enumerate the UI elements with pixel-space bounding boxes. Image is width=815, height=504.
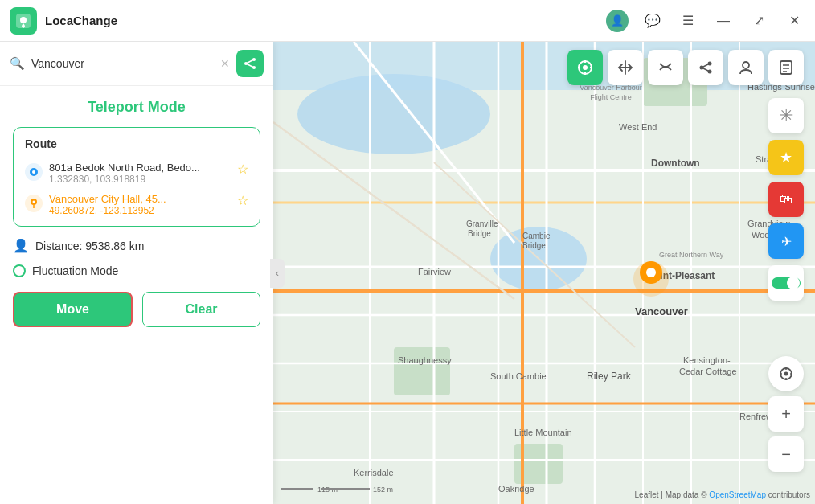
svg-point-90 [784,372,788,376]
action-row: Move Clear [13,292,260,327]
history-button[interactable] [768,50,804,85]
svg-rect-64 [281,488,313,490]
app-logo [10,7,37,35]
svg-text:Cambie: Cambie [522,232,551,240]
svg-rect-66 [321,488,370,490]
fluctuation-row: Fluctuation Mode [13,264,260,277]
destination-dot [25,195,43,212]
map-attribution: Leaflet | Map data © OpenStreetMap contr… [635,490,810,499]
destination-name: Vancouver City Hall, 45... [49,193,210,205]
fluctuation-label: Fluctuation Mode [32,264,118,277]
origin-star[interactable]: ☆ [237,162,248,177]
origin-text: 801a Bedok North Road, Bedo... 1.332830,… [49,162,231,185]
fluctuation-circle [13,264,26,277]
search-bar: 🔍 ✕ [0,42,273,86]
route-box: Route 801a Bedok North Road, Bedo... 1.3… [13,127,260,227]
map-canvas: West End Downtown Strathcona Grandview- … [273,42,815,504]
svg-text:Riley Park: Riley Park [587,371,632,382]
svg-text:Bridge: Bridge [468,229,491,238]
star-button[interactable]: ★ [768,140,804,175]
user-mode-button[interactable] [728,50,764,85]
svg-point-10 [33,201,35,203]
svg-text:Cedar Cottage: Cedar Cottage [679,367,737,376]
locate-button[interactable] [768,356,804,391]
svg-line-81 [702,68,710,72]
origin-name: 801a Bedok North Road, Bedo... [49,162,210,174]
origin-coords: 1.332830, 103.918819 [49,174,231,185]
destination-star[interactable]: ☆ [237,193,248,208]
destination-coords: 49.260872, -123.113952 [49,205,231,216]
svg-point-88 [787,277,800,289]
svg-text:Fairview: Fairview [418,267,451,277]
svg-text:Shaughnessy: Shaughnessy [398,355,452,365]
chat-button[interactable]: 💬 [641,10,664,32]
main-area: 🔍 ✕ Teleport Mode Route [0,42,815,504]
branch-mode-button[interactable] [688,50,723,85]
minimize-button[interactable]: — [712,10,735,32]
svg-text:West End: West End [619,122,657,132]
move-button[interactable]: Move [13,292,133,327]
move-mode-button[interactable] [608,50,643,85]
svg-line-80 [702,64,710,68]
destination-text: Vancouver City Hall, 45... 49.260872, -1… [49,193,231,216]
svg-text:Kerrisdale: Kerrisdale [354,468,394,477]
attribution-link[interactable]: OpenStreetMap [709,490,766,499]
origin-dot [25,163,43,181]
svg-line-6 [246,64,254,68]
title-controls: 👤 💬 ☰ — ⤢ ✕ [606,10,805,32]
distance-row: 👤 Distance: 9538.86 km [13,238,260,253]
zoom-out-button[interactable]: − [768,436,804,472]
clear-button[interactable]: Clear [142,292,260,327]
map-bottom-controls: + − [768,356,804,472]
map-toolbar [567,50,804,85]
svg-text:Downtown: Downtown [651,158,700,169]
svg-text:152 m: 152 m [373,486,393,494]
share-button[interactable] [236,50,264,77]
svg-text:Great Northern Way: Great Northern Way [659,251,724,259]
collapse-arrow[interactable]: ‹ [270,259,285,288]
close-button[interactable]: ✕ [783,10,805,32]
destination-item: Vancouver City Hall, 45... 49.260872, -1… [25,193,248,216]
svg-text:Oakridge: Oakridge [498,484,534,494]
svg-text:South Cambie: South Cambie [490,371,547,381]
svg-text:Granville: Granville [466,219,498,228]
search-clear-icon[interactable]: ✕ [220,57,230,70]
svg-point-70 [646,268,656,277]
origin-item: 801a Bedok North Road, Bedo... 1.332830,… [25,162,248,185]
title-bar: LocaChange 👤 💬 ☰ — ⤢ ✕ [0,0,815,42]
bag-button[interactable]: 🛍 [768,182,804,217]
svg-point-8 [32,170,35,174]
svg-text:Flight Centre: Flight Centre [590,93,632,101]
zoom-in-button[interactable]: + [768,396,804,432]
svg-text:Bridge: Bridge [522,241,546,250]
search-input[interactable] [31,57,214,70]
asterisk-button[interactable]: ✳ [768,98,804,133]
map-area[interactable]: West End Downtown Strathcona Grandview- … [273,42,815,504]
maximize-button[interactable]: ⤢ [747,10,770,32]
search-icon: 🔍 [10,56,25,71]
multi-stop-button[interactable] [648,50,683,85]
panel-title: Teleport Mode [13,99,260,116]
svg-point-72 [583,65,588,70]
menu-button[interactable]: ☰ [677,10,699,32]
panel-content: Teleport Mode Route 801a Bedok North Roa… [0,86,273,504]
distance-icon: 👤 [13,238,29,253]
svg-rect-16 [394,347,450,395]
svg-point-1 [20,17,27,23]
route-label: Route [25,137,248,150]
teleport-mode-button[interactable] [567,50,603,85]
toggle-button[interactable] [768,265,804,301]
user-avatar[interactable]: 👤 [606,10,629,32]
svg-text:Vancouver: Vancouver [635,305,688,318]
svg-line-5 [246,59,254,64]
share-button[interactable]: ✈ [768,223,804,259]
svg-text:Little Mountain: Little Mountain [514,428,572,437]
right-side-buttons: ✳ ★ 🛍 ✈ [768,98,804,301]
svg-text:Kensington-: Kensington- [683,355,731,365]
svg-point-82 [743,62,749,68]
app-title: LocaChange [45,14,117,27]
left-panel: 🔍 ✕ Teleport Mode Route [0,42,273,504]
distance-label: Distance: 9538.86 km [35,240,144,252]
